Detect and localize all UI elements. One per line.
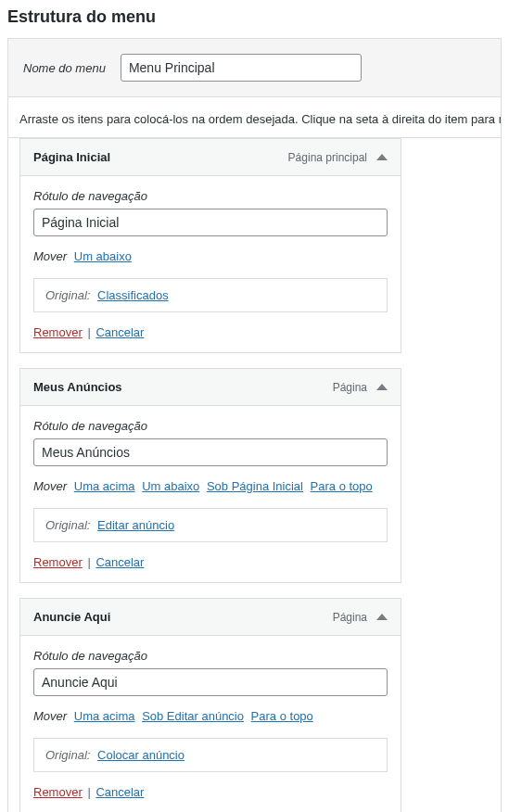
menu-item-body: Rótulo de navegação Mover Um abaixo Orig… [20, 176, 401, 352]
original-label: Original: [45, 748, 90, 762]
cancel-link[interactable]: Cancelar [95, 785, 144, 799]
menu-item-header[interactable]: Anuncie Aqui Página [20, 599, 401, 636]
move-label: Mover [33, 249, 67, 263]
collapse-icon[interactable] [376, 154, 388, 160]
nav-label-input[interactable] [33, 438, 388, 466]
original-box: Original: Editar anúncio [33, 508, 388, 542]
original-link[interactable]: Colocar anúncio [97, 748, 185, 762]
remove-link[interactable]: Remover [33, 325, 83, 339]
move-link[interactable]: Uma acima [74, 709, 135, 723]
page-title: Estrutura do menu [7, 7, 502, 27]
collapse-icon[interactable] [376, 384, 388, 390]
menu-item: Meus Anúncios Página Rótulo de navegação… [19, 368, 401, 583]
nav-label-input[interactable] [33, 668, 388, 696]
menu-item-title: Anuncie Aqui [33, 610, 110, 624]
move-link[interactable]: Um abaixo [142, 479, 199, 493]
original-box: Original: Colocar anúncio [33, 738, 388, 772]
nav-label-input[interactable] [33, 209, 388, 236]
move-link[interactable]: Para o topo [311, 479, 373, 493]
move-link[interactable]: Um abaixo [74, 249, 132, 263]
separator: | [87, 325, 90, 339]
menu-item-type-label: Página [333, 381, 367, 394]
menu-item-type-label: Página principal [288, 151, 367, 164]
menu-item-body: Rótulo de navegação Mover Uma acima Sob … [20, 636, 401, 812]
original-link[interactable]: Editar anúncio [97, 518, 174, 532]
original-link[interactable]: Classificados [97, 288, 169, 302]
menu-item: Página Inicial Página principal Rótulo d… [19, 138, 401, 353]
collapse-icon[interactable] [376, 614, 388, 620]
menu-name-row: Nome do menu [7, 38, 502, 97]
remove-link[interactable]: Remover [33, 555, 83, 569]
separator: | [87, 785, 90, 799]
menu-item-type: Página [333, 381, 388, 394]
menu-item: Anuncie Aqui Página Rótulo de navegação … [19, 598, 401, 812]
cancel-link[interactable]: Cancelar [95, 325, 144, 339]
remove-link[interactable]: Remover [33, 785, 83, 799]
cancel-link[interactable]: Cancelar [95, 555, 144, 569]
separator: | [87, 555, 90, 569]
nav-label: Rótulo de navegação [33, 419, 388, 433]
move-row: Mover Uma acima Um abaixo Sob Página Ini… [33, 479, 388, 493]
menu-item-title: Meus Anúncios [33, 380, 122, 394]
move-label: Mover [33, 479, 67, 493]
move-link[interactable]: Uma acima [74, 479, 135, 493]
move-link[interactable]: Sob Página Inicial [207, 479, 303, 493]
move-row: Mover Uma acima Sob Editar anúncio Para … [33, 709, 388, 723]
menu-name-label: Nome do menu [23, 61, 106, 75]
original-box: Original: Classificados [33, 278, 388, 312]
move-link[interactable]: Para o topo [251, 709, 313, 723]
move-link[interactable]: Sob Editar anúncio [142, 709, 244, 723]
menu-items-container: Página Inicial Página principal Rótulo d… [7, 138, 502, 812]
move-row: Mover Um abaixo [33, 249, 388, 263]
move-label: Mover [33, 709, 67, 723]
instruction-text: Arraste os itens para colocá-los na orde… [7, 97, 502, 138]
action-row: Remover | Cancelar [33, 325, 388, 339]
menu-item-body: Rótulo de navegação Mover Uma acima Um a… [20, 406, 401, 582]
menu-item-title: Página Inicial [33, 150, 110, 164]
menu-item-header[interactable]: Página Inicial Página principal [20, 139, 401, 176]
nav-label: Rótulo de navegação [33, 189, 388, 203]
action-row: Remover | Cancelar [33, 555, 388, 569]
menu-item-type-label: Página [333, 611, 367, 624]
nav-label: Rótulo de navegação [33, 649, 388, 663]
menu-item-type: Página [333, 611, 388, 624]
original-label: Original: [45, 288, 90, 302]
action-row: Remover | Cancelar [33, 785, 388, 799]
menu-item-header[interactable]: Meus Anúncios Página [20, 369, 401, 406]
menu-item-type: Página principal [288, 151, 388, 164]
menu-name-input[interactable] [121, 54, 362, 82]
original-label: Original: [45, 518, 90, 532]
